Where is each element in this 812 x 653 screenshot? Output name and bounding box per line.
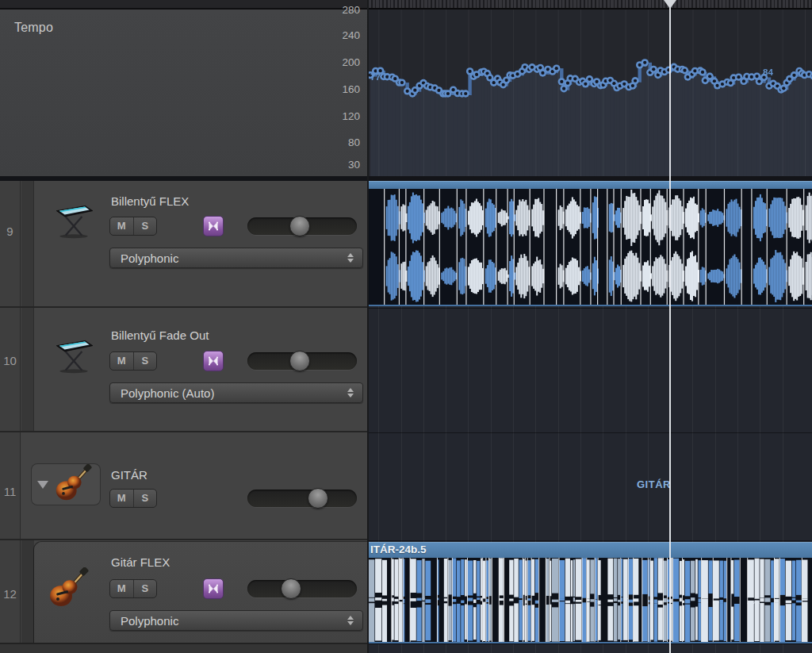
disclosure-triangle-icon[interactable] [37, 481, 48, 489]
tempo-track-title: Tempo [14, 21, 53, 35]
guitar-icon [48, 567, 89, 612]
tempo-point-value: 77 [370, 72, 381, 82]
tempo-scale-tick: 80 [312, 136, 360, 148]
lane-separator [369, 432, 812, 433]
arrange-area: 77 84 GITÁR ITÁR-24b.5 [369, 0, 812, 653]
panel-divider[interactable] [367, 0, 369, 653]
flex-mode-value: Polyphonic [110, 614, 347, 628]
track-name[interactable]: Billentyű FLEX [111, 194, 189, 208]
guitar-icon [53, 464, 93, 505]
track-number[interactable]: 10 [0, 354, 20, 367]
dropdown-arrows-icon [347, 616, 362, 625]
tempo-scale-tick: 240 [312, 29, 360, 41]
flex-mode-value: Polyphonic (Auto) [110, 386, 347, 400]
mute-solo-group: M S [109, 351, 157, 371]
dropdown-arrows-icon [347, 388, 362, 398]
flex-mode-value: Polyphonic [110, 252, 347, 265]
track-row-separator [0, 431, 369, 432]
volume-slider[interactable] [247, 580, 357, 597]
bar-ruler[interactable] [369, 0, 812, 10]
region-name: ITÁR-24b.5 [369, 542, 812, 555]
track-number-column [0, 181, 21, 653]
tempo-curve[interactable] [369, 10, 812, 176]
volume-knob[interactable] [308, 488, 328, 509]
next-track-header-strip [0, 643, 369, 653]
track-row-separator [0, 306, 369, 308]
playhead [669, 0, 671, 653]
region-track9-bottom-edge [369, 305, 812, 306]
volume-slider[interactable] [247, 217, 357, 235]
stack-disclosure-button[interactable] [31, 463, 101, 505]
track-name[interactable]: Gitár FLEX [111, 555, 170, 569]
tracks-area: 77 84 GITÁR ITÁR-24b.5 Tempo 280 240 200… [0, 0, 812, 653]
volume-slider[interactable] [247, 490, 357, 507]
flex-mode-dropdown[interactable]: Polyphonic [109, 248, 363, 268]
track-row-separator [0, 539, 369, 540]
solo-button[interactable]: S [134, 352, 157, 370]
tempo-scale-tick: 200 [312, 56, 360, 68]
tempo-scale-tick: 160 [312, 83, 360, 95]
playhead-marker[interactable] [664, 0, 676, 9]
solo-button[interactable]: S [134, 217, 157, 235]
track-name[interactable]: GITÁR [111, 468, 147, 482]
flex-icon[interactable] [203, 351, 224, 371]
track-name[interactable]: Billentyű Fade Out [111, 328, 209, 342]
header-indent-band [21, 540, 34, 643]
dropdown-arrows-icon [347, 253, 362, 263]
flex-icon[interactable] [203, 216, 224, 236]
region-track12-bottom-edge [369, 642, 812, 643]
tempo-scale-tick: 280 [312, 4, 360, 16]
track-number[interactable]: 11 [0, 485, 20, 498]
tempo-scale-tick: 120 [312, 110, 360, 122]
mute-button[interactable]: M [110, 217, 134, 235]
mute-button[interactable]: M [110, 352, 134, 370]
mute-solo-group: M S [109, 579, 157, 598]
volume-slider[interactable] [247, 352, 357, 370]
mute-solo-group: M S [109, 489, 157, 508]
volume-knob[interactable] [289, 351, 310, 371]
solo-button[interactable]: S [134, 490, 157, 507]
track-number[interactable]: 9 [0, 225, 20, 238]
tempo-scale-tick: 30 [312, 159, 360, 171]
region-track12-waveform[interactable] [369, 558, 812, 643]
region-track12-header[interactable]: ITÁR-24b.5 [369, 542, 812, 558]
track-number[interactable]: 12 [0, 587, 20, 601]
region-track9-header[interactable] [369, 181, 812, 189]
region-track9-waveform[interactable] [369, 189, 812, 305]
flex-mode-dropdown[interactable]: Polyphonic (Auto) [109, 382, 363, 403]
flex-icon[interactable] [203, 578, 224, 599]
flex-mode-dropdown[interactable]: Polyphonic [109, 610, 363, 631]
mute-solo-group: M S [109, 217, 157, 236]
solo-button[interactable]: S [134, 580, 157, 597]
tempo-point-value: 84 [763, 67, 773, 77]
keyboard-icon [51, 333, 97, 378]
lane-separator [369, 308, 812, 309]
lane-separator [369, 540, 812, 541]
volume-knob[interactable] [289, 216, 310, 236]
mute-button[interactable]: M [110, 580, 134, 597]
mute-button[interactable]: M [110, 490, 134, 507]
keyboard-icon [51, 198, 97, 243]
volume-knob[interactable] [281, 578, 301, 599]
stack-lane-label: GITÁR [637, 478, 671, 490]
